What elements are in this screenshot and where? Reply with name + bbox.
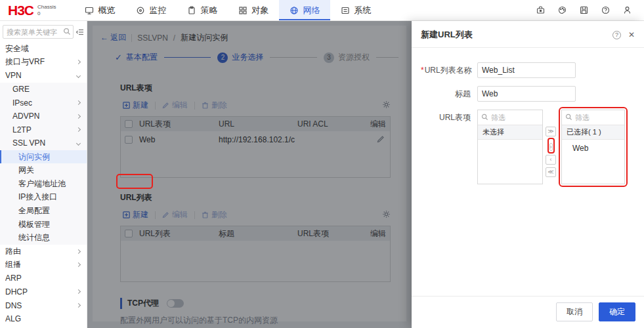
chevron-right-icon — [76, 60, 81, 64]
annotation-highlight-selected-panel: 已选择( 1 ) Web — [559, 107, 628, 187]
new-url-list-button[interactable]: 新建 — [120, 208, 151, 222]
sidebar-item-template-management[interactable]: 模板管理 — [0, 218, 87, 232]
sidebar: 安全域 接口与VRF VPN GRE IPsec ADVPN L2TP SSL … — [0, 21, 87, 328]
divider — [155, 102, 156, 110]
tcp-proxy-block: TCP代理 — [120, 298, 398, 309]
move-right-button[interactable]: › — [549, 143, 553, 151]
sidebar-item-l2tp[interactable]: L2TP — [0, 123, 87, 137]
sidebar-item-dhcp[interactable]: DHCP — [0, 285, 87, 299]
chevron-right-icon — [76, 114, 81, 119]
step-connector — [164, 57, 211, 58]
url-list-name-input[interactable] — [477, 62, 576, 78]
sidebar-item-routing[interactable]: 路由 — [0, 245, 87, 258]
divider — [194, 102, 195, 110]
sidebar-item-access-instance[interactable]: 访问实例 — [0, 150, 87, 164]
sidebar-item-gre[interactable]: GRE — [0, 83, 87, 96]
step-connector — [270, 57, 317, 58]
move-all-right-button[interactable]: ≫ — [546, 127, 556, 136]
sidebar-item-statistics[interactable]: 统计信息 — [0, 231, 87, 245]
selected-item[interactable]: Web — [562, 140, 624, 153]
save-icon[interactable] — [578, 5, 589, 16]
delete-url-item-button[interactable]: 删除 — [199, 98, 230, 112]
top-bar: H3C Chassis0 概览 监控 策略 对象 网络 系统 — [0, 0, 644, 21]
clipboard-icon — [187, 6, 196, 15]
chevron-right-icon — [76, 303, 81, 308]
edit-url-list-button[interactable]: 编辑 — [160, 208, 190, 222]
cancel-button[interactable]: 取消 — [556, 302, 593, 321]
table-row[interactable]: Web http://192.168.102.1/cms — [121, 131, 390, 148]
step-basic-config[interactable]: ✓ 基本配置 — [115, 52, 158, 63]
search-icon — [565, 113, 572, 121]
table-empty-area — [121, 241, 390, 281]
nav-item-policy[interactable]: 策略 — [177, 0, 228, 20]
sidebar-item-security-zone[interactable]: 安全域 — [0, 42, 87, 56]
move-all-left-button[interactable]: ≪ — [546, 167, 556, 177]
table-header: URL表项 URL URI ACL 编辑 — [121, 117, 390, 131]
toolbox-icon[interactable] — [535, 5, 546, 16]
main-nav: 概览 监控 策略 对象 网络 系统 — [74, 0, 381, 20]
move-left-button[interactable]: ‹ — [546, 155, 556, 165]
select-all-checkbox[interactable] — [125, 120, 133, 128]
tcp-proxy-toggle[interactable] — [167, 299, 184, 308]
sidebar-item-gateway[interactable]: 网关 — [0, 163, 87, 177]
table-header: URL列表 标题 URL表项 编辑 — [121, 226, 390, 241]
dialog-title: 新建URL列表 — [421, 29, 473, 41]
plus-square-icon — [123, 211, 130, 218]
sidebar-item-interface-vrf[interactable]: 接口与VRF — [0, 56, 87, 70]
sidebar-item-client-address-pool[interactable]: 客户端地址池 — [0, 177, 87, 191]
globe-icon — [290, 6, 299, 15]
collapse-menu-icon[interactable] — [75, 28, 85, 37]
sidebar-item-arp[interactable]: ARP — [0, 272, 87, 285]
transfer-left-list — [478, 140, 542, 184]
column-settings-icon[interactable] — [382, 209, 391, 221]
url-items-section: URL表项 新建 编辑 删除 — [120, 63, 391, 178]
delete-url-list-button[interactable]: 删除 — [199, 208, 230, 222]
sidebar-item-ssl-vpn[interactable]: SSL VPN — [0, 136, 87, 150]
help-icon[interactable] — [600, 5, 611, 16]
confirm-button[interactable]: 确定 — [599, 302, 635, 321]
transfer-right-panel: 已选择( 1 ) Web — [561, 110, 625, 184]
check-icon: ✓ — [115, 52, 122, 62]
row-checkbox[interactable] — [125, 136, 133, 144]
nav-item-monitoring[interactable]: 监控 — [125, 0, 177, 20]
nav-item-object[interactable]: 对象 — [228, 0, 279, 20]
dialog-help-icon[interactable]: ? — [612, 31, 621, 39]
nav-item-system[interactable]: 系统 — [330, 0, 381, 20]
tcp-proxy-description: 配置外网用户可以访问的基于TCP的内网资源 — [120, 315, 398, 326]
new-url-item-button[interactable]: 新建 — [120, 98, 151, 112]
sidebar-item-global-config[interactable]: 全局配置 — [0, 204, 87, 218]
sidebar-item-vpn[interactable]: VPN — [0, 69, 87, 83]
edit-row-icon[interactable] — [368, 135, 390, 145]
section-title: URL列表 — [120, 192, 391, 203]
trash-icon — [202, 211, 209, 218]
chevron-down-icon — [76, 141, 81, 146]
pencil-icon — [162, 211, 169, 218]
sidebar-item-ipsec[interactable]: IPsec — [0, 96, 87, 110]
user-icon[interactable] — [622, 5, 632, 16]
table-empty-area — [121, 148, 390, 177]
nav-item-network[interactable]: 网络 — [279, 0, 330, 20]
sidebar-item-dns[interactable]: DNS — [0, 298, 87, 312]
dialog-header: 新建URL列表 ? ✕ — [412, 21, 644, 48]
dialog-close-icon[interactable]: ✕ — [628, 31, 635, 39]
theme-palette-icon[interactable] — [557, 5, 567, 16]
sidebar-item-multicast[interactable]: 组播 — [0, 258, 87, 272]
edit-url-item-button[interactable]: 编辑 — [160, 98, 190, 112]
sidebar-item-ip-access-interface[interactable]: IP接入接口 — [0, 191, 87, 205]
divider — [194, 211, 195, 219]
step-service-selection[interactable]: 2 业务选择 — [217, 52, 263, 63]
url-lists-toolbar: 新建 编辑 删除 — [120, 208, 391, 222]
back-link[interactable]: ← 返回 — [100, 32, 126, 43]
sidebar-item-alg[interactable]: ALG — [0, 312, 87, 326]
step-resource-authorization[interactable]: 3 资源授权 — [324, 52, 370, 63]
url-items-field-row: URL表项 未选择 ≫ › — [421, 110, 635, 187]
title-input[interactable] — [477, 86, 576, 102]
wizard-steps: ✓ 基本配置 2 业务选择 3 资源授权 — [115, 52, 398, 63]
nav-item-overview[interactable]: 概览 — [74, 0, 125, 20]
sidebar-item-advpn[interactable]: ADVPN — [0, 110, 87, 123]
select-all-checkbox[interactable] — [125, 230, 133, 237]
column-settings-icon[interactable] — [382, 100, 391, 112]
search-icon — [63, 28, 71, 35]
chevron-right-icon — [76, 262, 81, 267]
device-name: Chassis0 — [37, 4, 56, 16]
